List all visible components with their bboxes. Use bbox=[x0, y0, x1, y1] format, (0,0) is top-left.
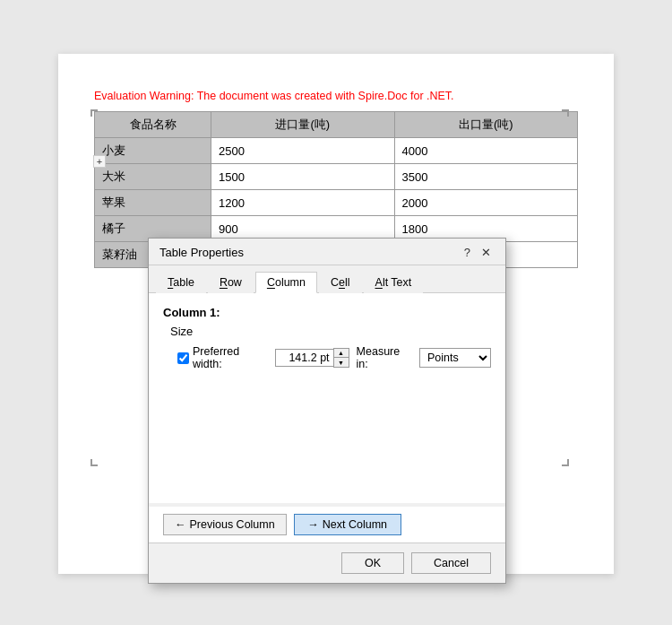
dialog-empty-area bbox=[163, 383, 491, 490]
measure-in-select[interactable]: Points Inches Percent bbox=[419, 348, 491, 368]
width-input-group: ▲ ▼ bbox=[275, 348, 349, 368]
table-row: 苹果12002000 bbox=[95, 190, 578, 216]
corner-tr bbox=[562, 109, 569, 117]
tab-alt-text[interactable]: Alt Text bbox=[364, 272, 424, 293]
table-cell-value: 2000 bbox=[394, 190, 578, 216]
dialog-footer: OK Cancel bbox=[149, 543, 505, 583]
table-cell-name: 大米 bbox=[95, 164, 211, 190]
prev-arrow-icon: ← bbox=[175, 518, 186, 531]
width-increment-button[interactable]: ▲ bbox=[334, 349, 349, 358]
next-column-label: Next Column bbox=[323, 518, 387, 531]
cancel-button[interactable]: Cancel bbox=[411, 552, 491, 574]
col-header-1: 食品名称 bbox=[95, 112, 211, 138]
col-header-3: 出口量(吨) bbox=[394, 112, 578, 138]
corner-bl bbox=[90, 459, 98, 466]
tab-column[interactable]: Column bbox=[255, 272, 317, 293]
dialog-titlebar: Table Properties ? ✕ bbox=[149, 239, 505, 265]
table-cell-name: 苹果 bbox=[95, 190, 211, 216]
corner-tl bbox=[90, 109, 98, 117]
dialog-help-button[interactable]: ? bbox=[461, 246, 474, 259]
dialog-title: Table Properties bbox=[159, 246, 244, 259]
table-properties-dialog: Table Properties ? ✕ Table Row Column Ce… bbox=[148, 238, 506, 584]
nav-buttons-row: ← Previous Column → Next Column bbox=[149, 507, 505, 543]
preferred-width-input[interactable] bbox=[275, 349, 333, 367]
size-section-label: Size bbox=[170, 325, 491, 338]
corner-br bbox=[562, 459, 569, 466]
tab-table[interactable]: Table bbox=[156, 272, 206, 293]
ok-button[interactable]: OK bbox=[341, 552, 404, 574]
table-cell-value: 4000 bbox=[394, 138, 578, 164]
dialog-controls: ? ✕ bbox=[461, 246, 495, 259]
previous-column-button[interactable]: ← Previous Column bbox=[163, 514, 287, 535]
tab-cell[interactable]: Cell bbox=[319, 272, 362, 293]
dialog-tab-bar: Table Row Column Cell Alt Text bbox=[149, 265, 505, 293]
table-cell-name: 小麦 bbox=[95, 138, 211, 164]
dialog-close-button[interactable]: ✕ bbox=[478, 246, 495, 259]
preferred-width-label: Preferred width: bbox=[193, 345, 268, 370]
preferred-width-checkbox[interactable] bbox=[177, 352, 189, 364]
dialog-body: Column 1: Size Preferred width: ▲ ▼ Meas… bbox=[149, 293, 505, 503]
previous-column-label: Previous Column bbox=[190, 518, 275, 531]
eval-warning: Evaluation Warning: The document was cre… bbox=[94, 90, 578, 102]
tab-row[interactable]: Row bbox=[208, 272, 254, 293]
table-cell-value: 2500 bbox=[211, 138, 395, 164]
col-header-2: 进口量(吨) bbox=[211, 112, 395, 138]
next-column-button[interactable]: → Next Column bbox=[294, 514, 401, 535]
width-decrement-button[interactable]: ▼ bbox=[334, 358, 349, 367]
table-row: 小麦25004000 bbox=[95, 138, 578, 164]
column-identifier: Column 1: bbox=[163, 306, 491, 319]
width-spinner: ▲ ▼ bbox=[333, 348, 349, 368]
table-cell-value: 3500 bbox=[394, 164, 578, 190]
measure-in-label: Measure in: bbox=[357, 345, 412, 370]
size-row: Preferred width: ▲ ▼ Measure in: Points … bbox=[177, 345, 491, 370]
next-arrow-icon: → bbox=[307, 518, 319, 531]
table-row: 大米15003500 bbox=[95, 164, 578, 190]
table-cell-value: 1200 bbox=[211, 190, 395, 216]
table-marker-icon[interactable]: + bbox=[93, 155, 106, 168]
preferred-width-checkbox-label[interactable]: Preferred width: bbox=[177, 345, 268, 370]
table-cell-value: 1500 bbox=[211, 164, 395, 190]
